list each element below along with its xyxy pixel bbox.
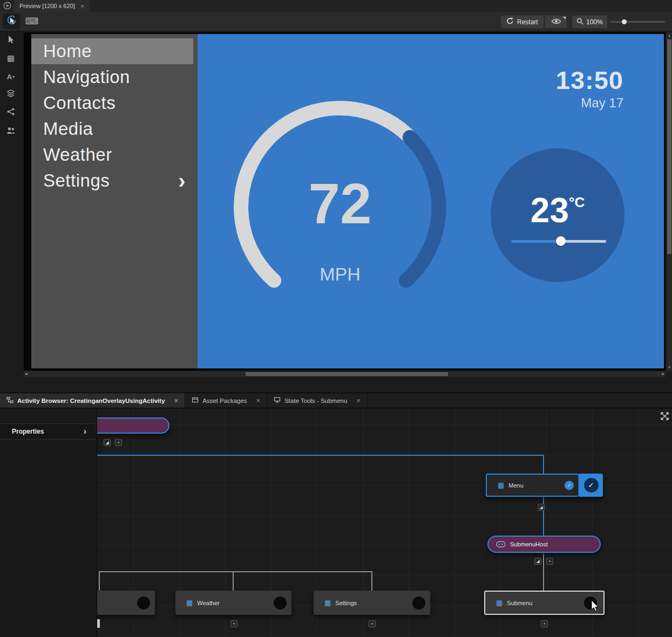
add-state-button[interactable]: + bbox=[541, 620, 548, 627]
preview-vertical-scrollbar[interactable]: ▲ ▼ bbox=[667, 32, 672, 371]
zoom-slider-handle[interactable] bbox=[622, 19, 627, 24]
component-icon: ▦ bbox=[498, 481, 504, 489]
close-icon[interactable]: × bbox=[80, 2, 85, 10]
scroll-left-icon[interactable]: ◀ bbox=[25, 371, 28, 377]
select-tool-button[interactable] bbox=[5, 35, 16, 46]
properties-panel: Properties › bbox=[0, 408, 97, 637]
hmi-menu-label: Media bbox=[43, 119, 93, 139]
hmi-menu-item-contacts[interactable]: Contacts bbox=[31, 90, 198, 116]
node-weather[interactable]: ▦ Weather bbox=[175, 591, 291, 615]
slider-handle[interactable] bbox=[556, 236, 566, 246]
tab-asset-packages[interactable]: Asset Packages × bbox=[185, 393, 267, 408]
magnifier-icon bbox=[576, 18, 583, 26]
node-menu[interactable]: ▦ Menu ✓ bbox=[486, 474, 579, 497]
layers-tool-button[interactable] bbox=[5, 89, 16, 100]
connection-line bbox=[97, 455, 544, 456]
scroll-right-icon[interactable]: ▶ bbox=[662, 371, 664, 377]
zoom-control[interactable]: 100% bbox=[572, 16, 607, 28]
hmi-speed-value: 72 bbox=[309, 172, 372, 236]
hmi-menu-item-settings[interactable]: Settings › bbox=[31, 168, 198, 194]
close-icon[interactable]: × bbox=[356, 396, 361, 405]
hmi-temperature-slider[interactable] bbox=[511, 240, 606, 243]
state-graph-canvas[interactable]: ◢ + ▦ Menu ✓ ✓ ◢ SubmenuHost ◢ + ▦ Weath… bbox=[0, 408, 672, 637]
connection-line bbox=[371, 571, 372, 591]
visibility-button[interactable] bbox=[545, 16, 567, 28]
hmi-menu-label: Home bbox=[43, 41, 92, 61]
mouse-cursor bbox=[592, 600, 600, 614]
tab-label: Activity Browser: CreatinganOverlayUsing… bbox=[17, 398, 165, 404]
check-badge[interactable]: ✓ bbox=[565, 481, 574, 490]
node-label: Weather bbox=[197, 600, 219, 606]
hmi-home-screen: 13:50 May 17 72 MPH 23°C bbox=[198, 34, 664, 368]
hmi-menu-item-home[interactable]: Home bbox=[31, 38, 193, 64]
bottom-tab-bar: Activity Browser: CreatinganOverlayUsing… bbox=[0, 393, 672, 408]
toolbar: ⌨ Restart 100% bbox=[0, 12, 672, 31]
zoom-slider[interactable] bbox=[610, 21, 665, 23]
temp-number: 23 bbox=[531, 191, 569, 230]
tab-activity-browser[interactable]: Activity Browser: CreatinganOverlayUsing… bbox=[0, 393, 185, 408]
slider-track bbox=[561, 240, 606, 243]
node-partial[interactable] bbox=[97, 591, 155, 615]
host-icon bbox=[496, 541, 506, 547]
chevron-right-icon: › bbox=[178, 168, 186, 194]
chevron-right-icon[interactable]: › bbox=[84, 427, 86, 436]
hmi-menu-label: Weather bbox=[43, 145, 112, 165]
preview-horizontal-scrollbar[interactable]: ◀ ▶ bbox=[24, 371, 666, 377]
horizontal-scroll-thumb[interactable] bbox=[246, 372, 448, 376]
text-tool-button[interactable]: A▾ bbox=[5, 71, 16, 82]
scroll-down-icon[interactable]: ▼ bbox=[668, 365, 671, 371]
edge-marker bbox=[97, 619, 100, 628]
pointer-icon bbox=[6, 35, 15, 46]
close-icon[interactable]: × bbox=[174, 396, 179, 405]
component-icon: ▦ bbox=[496, 599, 503, 607]
add-state-button[interactable]: + bbox=[369, 620, 376, 627]
add-state-button[interactable]: + bbox=[115, 439, 122, 446]
share-icon bbox=[6, 107, 15, 118]
collapse-button[interactable]: ◢ bbox=[104, 439, 111, 446]
close-icon[interactable]: × bbox=[256, 396, 261, 405]
grid-tool-button[interactable]: ▦ bbox=[5, 53, 16, 64]
node-settings[interactable]: ▦ Settings bbox=[314, 591, 430, 615]
keyboard-icon: ⌨ bbox=[25, 16, 39, 27]
add-state-button[interactable]: + bbox=[230, 620, 237, 627]
connection-line bbox=[233, 571, 234, 591]
connection-line bbox=[543, 455, 544, 474]
state-tools-icon bbox=[274, 396, 281, 405]
properties-title: Properties bbox=[0, 428, 44, 435]
tab-state-tools[interactable]: State Tools - Submenu × bbox=[267, 393, 368, 408]
properties-header[interactable]: Properties › bbox=[0, 423, 95, 440]
node-submenu[interactable]: ▦ Submenu bbox=[484, 591, 605, 615]
check-icon: ✓ bbox=[584, 478, 599, 492]
hmi-temperature-value: 23°C bbox=[491, 185, 625, 228]
virtual-keyboard-button[interactable]: ⌨ bbox=[23, 13, 40, 29]
scroll-up-icon[interactable]: ▲ bbox=[668, 33, 671, 39]
hmi-menu-item-weather[interactable]: Weather bbox=[31, 142, 198, 168]
slider-fill bbox=[511, 240, 561, 243]
temp-unit: °C bbox=[569, 194, 585, 210]
collapse-button[interactable]: ◢ bbox=[538, 504, 545, 511]
hmi-menu-label: Settings bbox=[43, 170, 110, 190]
connections-tool-button[interactable] bbox=[5, 107, 16, 118]
interact-pointer-icon bbox=[6, 15, 17, 28]
collapse-button[interactable]: ◢ bbox=[534, 558, 541, 565]
hmi-menu-item-media[interactable]: Media bbox=[31, 116, 198, 142]
add-state-button[interactable]: + bbox=[546, 558, 553, 565]
node-overlay-activity-partial[interactable] bbox=[90, 417, 169, 434]
node-label: SubmenuHost bbox=[510, 541, 548, 547]
hmi-menu-label: Navigation bbox=[43, 67, 130, 87]
node-submenu-host[interactable]: SubmenuHost bbox=[487, 536, 601, 553]
hmi-menu-panel: Home Navigation Contacts Media Weather S… bbox=[31, 34, 198, 368]
tab-label: State Tools - Submenu bbox=[284, 398, 347, 404]
node-port[interactable] bbox=[274, 597, 287, 609]
node-port[interactable] bbox=[137, 597, 150, 609]
hmi-menu-item-navigation[interactable]: Navigation bbox=[31, 64, 198, 90]
node-port[interactable] bbox=[412, 597, 425, 609]
tab-preview[interactable]: Preview [1200 x 620] × bbox=[14, 0, 90, 12]
vertical-scroll-thumb[interactable] bbox=[667, 39, 671, 254]
maximize-panel-icon[interactable] bbox=[660, 411, 670, 423]
interact-tool-button[interactable] bbox=[3, 13, 20, 29]
node-menu-active-indicator[interactable]: ✓ bbox=[579, 474, 603, 497]
restart-button[interactable]: Restart bbox=[501, 16, 544, 28]
hmi-menu-label: Contacts bbox=[43, 93, 116, 113]
groups-tool-button[interactable] bbox=[5, 126, 16, 137]
